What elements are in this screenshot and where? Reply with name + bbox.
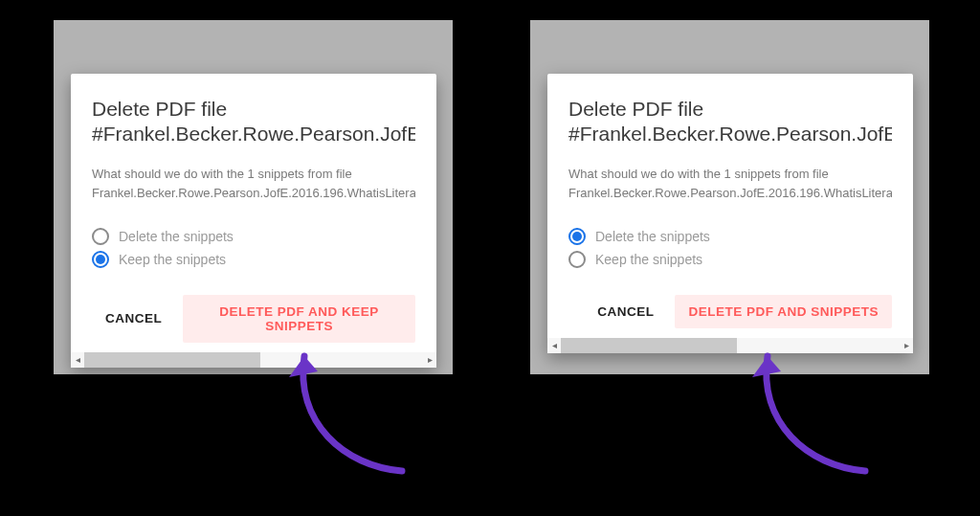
option-label: Keep the snippets [119, 252, 226, 267]
option-keep-snippets[interactable]: Keep the snippets [92, 251, 415, 268]
scroll-right-icon[interactable]: ▸ [423, 352, 436, 368]
dialog-title: Delete PDF file #Frankel.Becker.Rowe.Pea… [92, 97, 415, 147]
radio-icon [92, 251, 109, 268]
cancel-button[interactable]: CANCEL [92, 295, 175, 343]
scroll-left-icon[interactable]: ◂ [547, 338, 561, 353]
dialog-actions: CANCEL DELETE PDF AND KEEP SNIPPETS [92, 295, 415, 343]
horizontal-scrollbar[interactable]: ◂ ▸ [71, 352, 436, 368]
horizontal-scrollbar[interactable]: ◂ ▸ [547, 338, 913, 353]
dialog-actions: CANCEL DELETE PDF AND SNIPPETS [568, 295, 892, 328]
delete-pdf-dialog: Delete PDF file #Frankel.Becker.Rowe.Pea… [71, 74, 436, 368]
options-group: Delete the snippets Keep the snippets [568, 228, 892, 268]
radio-dot-icon [572, 232, 582, 241]
option-label: Delete the snippets [119, 229, 234, 244]
backdrop-panel: Delete PDF file #Frankel.Becker.Rowe.Pea… [54, 20, 453, 374]
scroll-right-icon[interactable]: ▸ [900, 338, 913, 353]
radio-icon [568, 251, 586, 268]
dialog-title: Delete PDF file #Frankel.Becker.Rowe.Pea… [568, 97, 892, 147]
scroll-thumb[interactable] [561, 338, 737, 353]
option-keep-snippets[interactable]: Keep the snippets [568, 251, 892, 268]
scroll-left-icon[interactable]: ◂ [71, 352, 84, 368]
scroll-track[interactable] [561, 338, 900, 353]
option-label: Delete the snippets [595, 229, 710, 244]
dialog-question-line-2: Frankel.Becker.Rowe.Pearson.JofE.2016.19… [92, 184, 415, 203]
backdrop-panel: Delete PDF file #Frankel.Becker.Rowe.Pea… [530, 20, 929, 374]
option-delete-snippets[interactable]: Delete the snippets [568, 228, 892, 245]
dialog-title-line-2: #Frankel.Becker.Rowe.Pearson.JofE [568, 122, 892, 146]
option-delete-snippets[interactable]: Delete the snippets [92, 228, 415, 245]
delete-pdf-dialog: Delete PDF file #Frankel.Becker.Rowe.Pea… [547, 74, 913, 353]
dialog-title-line-2: #Frankel.Becker.Rowe.Pearson.JofE [92, 122, 415, 146]
dialog-title-line-1: Delete PDF file [568, 97, 892, 122]
dialog-question: What should we do with the 1 snippets fr… [92, 165, 415, 203]
dialog-question: What should we do with the 1 snippets fr… [568, 165, 892, 203]
option-label: Keep the snippets [595, 252, 702, 267]
scroll-thumb[interactable] [84, 352, 260, 368]
radio-dot-icon [96, 255, 105, 264]
dialog-question-line-2: Frankel.Becker.Rowe.Pearson.JofE.2016.19… [568, 184, 892, 203]
delete-pdf-and-snippets-button[interactable]: DELETE PDF AND SNIPPETS [675, 295, 892, 328]
dialog-question-line-1: What should we do with the 1 snippets fr… [568, 165, 892, 184]
cancel-button[interactable]: CANCEL [584, 295, 667, 328]
scroll-track[interactable] [84, 352, 423, 368]
dialog-title-line-1: Delete PDF file [92, 97, 415, 122]
delete-pdf-keep-snippets-button[interactable]: DELETE PDF AND KEEP SNIPPETS [183, 295, 415, 343]
radio-icon [568, 228, 586, 245]
dialog-question-line-1: What should we do with the 1 snippets fr… [92, 165, 415, 184]
radio-icon [92, 228, 109, 245]
options-group: Delete the snippets Keep the snippets [92, 228, 415, 268]
